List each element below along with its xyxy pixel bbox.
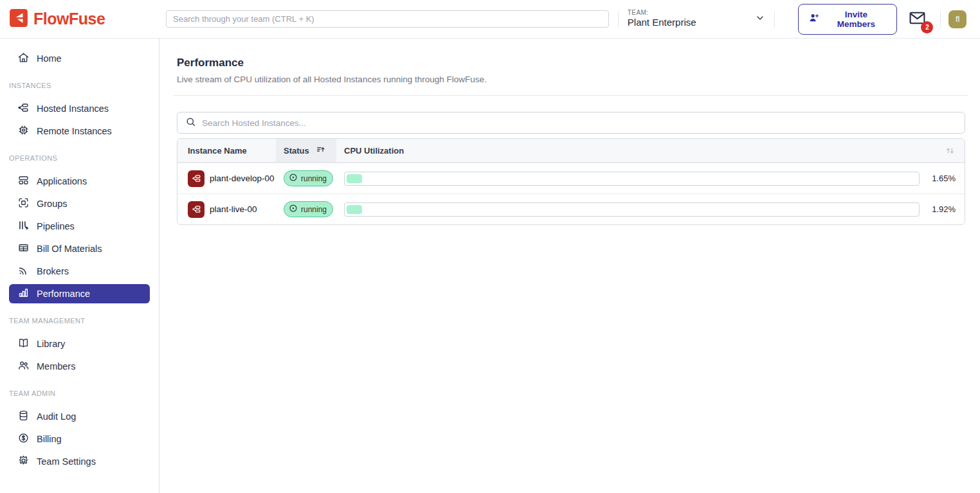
sidebar-item-label: Library	[37, 339, 65, 349]
chevron-down-icon	[755, 13, 765, 26]
hosted-instances-icon	[17, 102, 30, 116]
play-circle-icon	[289, 204, 298, 215]
sidebar-item-label: Team Settings	[37, 456, 96, 467]
sort-toggle-icon[interactable]	[929, 139, 965, 162]
sidebar-item-label: Hosted Instances	[37, 103, 109, 114]
sidebar-item-label: Applications	[37, 176, 87, 186]
table-header-row: Instance Name Status CPU Utilization	[177, 139, 965, 163]
team-label: TEAM:	[628, 9, 696, 17]
page-subtitle: Live stream of CPU utilization of all Ho…	[177, 75, 965, 84]
play-circle-icon	[289, 173, 298, 184]
status-badge-label: running	[301, 205, 327, 214]
sidebar-nav: Home INSTANCES Hosted Instances Remote I…	[0, 39, 159, 493]
sidebar-item-label: Bill Of Materials	[37, 244, 102, 254]
instance-node-red-icon	[188, 170, 204, 187]
instances-table: Instance Name Status CPU Utilization	[177, 138, 965, 225]
page-title: Performance	[177, 57, 965, 69]
team-selector[interactable]: TEAM: Plant Enterprise	[628, 9, 765, 29]
header-divider	[774, 11, 775, 28]
status-badge: running	[284, 170, 333, 186]
flowfuse-logo[interactable]: FlowFuse	[0, 8, 157, 30]
status-badge-label: running	[301, 174, 327, 183]
status-badge: running	[284, 201, 333, 217]
instance-name: plant-live-00	[210, 204, 257, 214]
sidebar-item-applications[interactable]: Applications	[9, 172, 150, 191]
invite-members-label: Invite Members	[825, 10, 887, 29]
audit-log-icon	[17, 409, 30, 424]
table-row[interactable]: plant-live-00 running 1.92%	[177, 193, 965, 224]
column-header-status-label: Status	[284, 146, 309, 156]
sidebar-item-brokers[interactable]: Brokers	[9, 262, 150, 281]
column-header-cpu-utilization[interactable]: CPU Utilization	[336, 139, 929, 162]
cpu-utilization-bar	[344, 172, 920, 186]
cpu-utilization-value: 1.65%	[920, 174, 965, 183]
cpu-utilization-value: 1.92%	[920, 204, 965, 214]
applications-icon	[17, 174, 30, 188]
cpu-utilization-bar-fill	[347, 205, 362, 214]
user-plus-icon	[808, 12, 820, 26]
billing-icon	[17, 432, 30, 446]
cpu-utilization-bar-fill	[347, 174, 362, 183]
sidebar-section-team-management: TEAM MANAGEMENT	[9, 317, 150, 325]
invite-members-button[interactable]: Invite Members	[798, 4, 897, 35]
sidebar-section-operations: OPERATIONS	[9, 154, 150, 162]
content-divider	[173, 95, 968, 96]
home-icon	[17, 51, 30, 66]
sidebar-item-team-settings[interactable]: Team Settings	[9, 452, 150, 471]
search-icon	[185, 116, 196, 130]
sidebar-item-audit-log[interactable]: Audit Log	[9, 407, 150, 426]
main-content: Performance Live stream of CPU utilizati…	[159, 39, 980, 493]
remote-instances-icon	[17, 124, 30, 138]
sidebar-item-hosted-instances[interactable]: Hosted Instances	[9, 99, 150, 118]
sidebar-item-bill-of-materials[interactable]: Bill Of Materials	[9, 239, 150, 258]
pipelines-icon	[17, 219, 30, 233]
sidebar-item-pipelines[interactable]: Pipelines	[9, 217, 150, 236]
sidebar-item-label: Groups	[37, 199, 68, 209]
sidebar-item-library[interactable]: Library	[9, 334, 150, 354]
members-icon	[17, 359, 30, 373]
performance-icon	[17, 287, 30, 301]
sidebar-item-label: Billing	[37, 434, 62, 444]
bill-of-materials-icon	[17, 242, 30, 256]
groups-icon	[17, 197, 30, 211]
sort-bars-arrow-up-icon	[316, 145, 326, 157]
brokers-icon	[17, 264, 30, 278]
sidebar-section-instances: INSTANCES	[9, 82, 150, 89]
sidebar-item-label: Home	[37, 53, 62, 64]
flowfuse-logo-icon	[9, 8, 28, 30]
team-name: Plant Enterprise	[628, 17, 696, 29]
user-avatar[interactable]: fl	[948, 10, 966, 28]
column-header-status[interactable]: Status	[276, 139, 336, 162]
sidebar-item-remote-instances[interactable]: Remote Instances	[9, 121, 150, 141]
sidebar-item-label: Performance	[37, 289, 90, 299]
header-divider	[940, 11, 941, 28]
instance-name: plant-develop-00	[210, 174, 275, 183]
notifications-button[interactable]: 2	[909, 10, 926, 28]
header-divider	[618, 11, 619, 28]
column-header-instance-name[interactable]: Instance Name	[177, 139, 276, 162]
sidebar-item-label: Audit Log	[37, 411, 76, 422]
instance-search-box	[177, 112, 965, 134]
team-search-input[interactable]	[166, 10, 609, 28]
library-icon	[17, 337, 30, 351]
sidebar-item-groups[interactable]: Groups	[9, 194, 150, 213]
sidebar-item-label: Pipelines	[37, 221, 75, 231]
sidebar-item-label: Members	[37, 361, 75, 372]
top-header: FlowFuse TEAM: Plant Enterprise Invite M…	[0, 0, 980, 39]
sidebar-item-members[interactable]: Members	[9, 357, 150, 376]
table-row[interactable]: plant-develop-00 running 1.65	[177, 163, 965, 193]
instance-search-input[interactable]	[202, 118, 957, 128]
team-settings-icon	[17, 454, 30, 469]
sidebar-item-performance[interactable]: Performance	[9, 284, 150, 303]
notification-count-badge: 2	[921, 21, 933, 33]
flowfuse-logo-text: FlowFuse	[33, 10, 105, 28]
sidebar-section-team-admin: TEAM ADMIN	[9, 390, 150, 397]
instance-node-red-icon	[188, 201, 204, 218]
sidebar-item-label: Remote Instances	[37, 126, 112, 136]
sidebar-item-home[interactable]: Home	[9, 49, 150, 68]
sidebar-item-billing[interactable]: Billing	[9, 429, 150, 449]
sidebar-item-label: Brokers	[37, 266, 69, 276]
cpu-utilization-bar	[344, 202, 920, 217]
